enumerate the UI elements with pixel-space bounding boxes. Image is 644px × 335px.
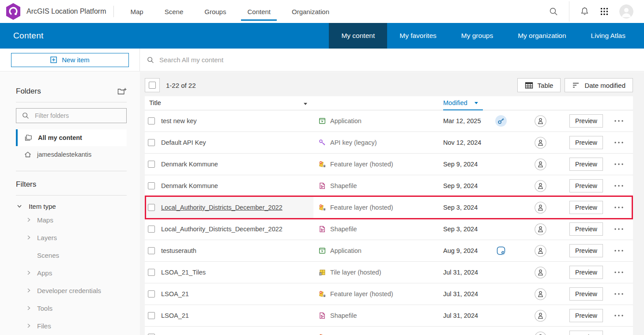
- preview-button[interactable]: Preview: [569, 222, 603, 236]
- preview-button[interactable]: Preview: [569, 179, 603, 192]
- caret-down-icon[interactable]: [303, 101, 308, 108]
- filter-item-maps[interactable]: Maps: [16, 211, 127, 229]
- preview-button[interactable]: Preview: [569, 331, 603, 335]
- row-checkbox[interactable]: [148, 247, 155, 254]
- notifications-bell-icon[interactable]: [580, 7, 589, 16]
- more-options-icon[interactable]: [614, 141, 624, 144]
- item-title-link[interactable]: LSOA_21_Tiles: [161, 269, 319, 276]
- filter-item-layers[interactable]: Layers: [16, 229, 127, 246]
- nav-item-content[interactable]: Content: [237, 0, 281, 23]
- nav-item-groups[interactable]: Groups: [194, 0, 237, 23]
- nav-item-map[interactable]: Map: [120, 0, 154, 23]
- item-modified-date: Nov 12, 2024: [443, 139, 492, 146]
- chevron-right-icon: [26, 287, 32, 294]
- filter-item-files[interactable]: Files: [16, 317, 127, 335]
- sharing-owner-icon: [535, 331, 546, 335]
- sharing-owner-icon: [535, 245, 546, 257]
- item-title-link[interactable]: Local_Authority_Districts_December_2022: [161, 204, 319, 211]
- preview-button[interactable]: Preview: [569, 309, 603, 322]
- folder-item-all-my-content[interactable]: All my content: [16, 129, 127, 146]
- avatar[interactable]: [619, 4, 633, 19]
- preview-button[interactable]: Preview: [569, 114, 603, 128]
- app-launcher-icon[interactable]: [600, 7, 609, 16]
- item-title-link[interactable]: LSOA_21: [161, 290, 319, 297]
- item-title-link[interactable]: Denmark Kommune: [161, 182, 319, 189]
- more-options-icon[interactable]: [614, 206, 624, 209]
- more-options-icon[interactable]: [614, 314, 624, 317]
- main-area: Folders All my content jamesdalestekanti…: [0, 72, 644, 335]
- sort-button[interactable]: Date modified: [565, 78, 633, 92]
- preview-button[interactable]: Preview: [569, 266, 603, 279]
- search-icon[interactable]: [549, 7, 558, 16]
- arcgis-logo-icon[interactable]: [5, 3, 21, 20]
- item-title-link[interactable]: test new key: [161, 117, 319, 124]
- new-item-button[interactable]: New item: [11, 53, 129, 67]
- result-count: 1-22 of 22: [166, 82, 196, 89]
- filter-group-item-type[interactable]: Item type: [16, 201, 127, 211]
- item-type-label: Feature layer (hosted): [330, 204, 393, 211]
- preview-button[interactable]: Preview: [569, 136, 603, 149]
- filters-heading: Filters: [16, 180, 127, 189]
- more-options-icon[interactable]: [614, 271, 624, 274]
- filter-item-developer-credentials[interactable]: Developer credentials: [16, 282, 127, 299]
- sharing-owner-icon: [535, 202, 546, 214]
- more-options-icon[interactable]: [614, 184, 624, 187]
- table-row: LSOA_21 Shapefile Jul 31, 2024 Preview: [145, 305, 633, 327]
- shapefile-icon: [319, 226, 326, 233]
- filter-item-tools[interactable]: Tools: [16, 299, 127, 317]
- tab-my-groups[interactable]: My groups: [449, 23, 505, 49]
- tab-living-atlas[interactable]: Living Atlas: [579, 23, 638, 49]
- item-title-link[interactable]: Local_Authority_Districts_December_2022: [161, 226, 319, 233]
- filter-item-apps[interactable]: Apps: [16, 264, 127, 282]
- chevron-right-icon: [26, 217, 32, 223]
- row-checkbox[interactable]: [148, 204, 155, 211]
- folders-heading: Folders: [16, 87, 41, 96]
- page-title: Content: [13, 31, 44, 41]
- more-options-icon[interactable]: [614, 163, 624, 166]
- more-options-icon[interactable]: [614, 228, 624, 230]
- select-all-box[interactable]: [145, 78, 160, 92]
- preview-button[interactable]: Preview: [569, 287, 603, 301]
- row-checkbox[interactable]: [148, 117, 155, 124]
- item-title-link[interactable]: Default API Key: [161, 139, 319, 146]
- preview-button[interactable]: Preview: [569, 244, 603, 257]
- more-options-icon[interactable]: [614, 120, 624, 122]
- filter-item-scenes[interactable]: Scenes: [16, 246, 127, 264]
- select-all-checkbox[interactable]: [149, 82, 156, 89]
- row-checkbox[interactable]: [148, 269, 155, 276]
- preview-button[interactable]: Preview: [569, 158, 603, 171]
- tab-my-favorites[interactable]: My favorites: [387, 23, 449, 49]
- folder-item-jamesdalestekantis[interactable]: jamesdalestekantis: [16, 146, 127, 163]
- nav-item-scene[interactable]: Scene: [154, 0, 194, 23]
- table-view-button[interactable]: Table: [517, 78, 561, 92]
- item-type-label: Feature layer (hosted): [330, 290, 393, 297]
- search-input[interactable]: [158, 56, 469, 64]
- more-options-icon[interactable]: [614, 249, 624, 252]
- row-checkbox[interactable]: [148, 290, 155, 297]
- row-checkbox[interactable]: [148, 161, 155, 168]
- feature-layer-icon: [319, 161, 326, 168]
- item-title-link[interactable]: Denmark Kommune: [161, 161, 319, 168]
- row-checkbox[interactable]: [148, 139, 155, 146]
- folder-list: All my content jamesdalestekantis: [16, 129, 127, 163]
- row-checkbox[interactable]: [148, 312, 155, 319]
- more-options-icon[interactable]: [614, 293, 624, 295]
- item-type-label: Shapefile: [330, 226, 357, 233]
- folder-filter-input[interactable]: [34, 112, 121, 120]
- row-checkbox[interactable]: [148, 182, 155, 189]
- item-title-link[interactable]: testuserauth: [161, 247, 319, 254]
- nav-item-organization[interactable]: Organization: [281, 0, 340, 23]
- column-title[interactable]: Title: [149, 99, 161, 106]
- sharing-owner-icon: [535, 267, 546, 279]
- plus-square-icon: [50, 56, 57, 64]
- action-row: New item: [0, 49, 644, 72]
- shapefile-icon: [319, 182, 326, 189]
- preview-button[interactable]: Preview: [569, 201, 603, 214]
- tab-my-content[interactable]: My content: [329, 23, 387, 49]
- column-modified[interactable]: Modified: [443, 99, 479, 106]
- table-view-icon: [525, 82, 533, 89]
- new-folder-icon[interactable]: [117, 87, 127, 96]
- tab-my-organization[interactable]: My organization: [505, 23, 578, 49]
- row-checkbox[interactable]: [148, 226, 155, 233]
- item-title-link[interactable]: LSOA_21: [161, 312, 319, 319]
